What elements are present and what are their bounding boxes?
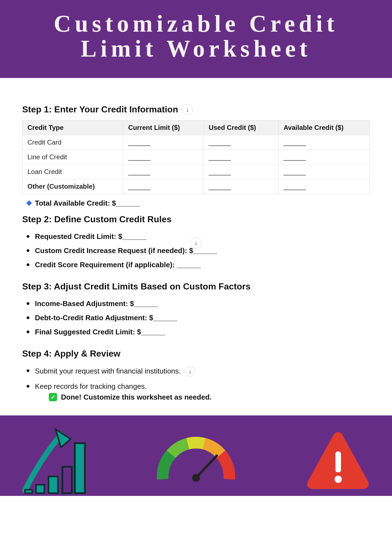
warning-icon xyxy=(303,427,373,496)
table-row: Other (Customizable) ______ ______ _____… xyxy=(22,179,370,194)
step4-list: Submit your request with financial insti… xyxy=(22,364,370,404)
table-row: Loan Credit ______ ______ ______ xyxy=(22,164,370,179)
svg-point-9 xyxy=(335,476,342,483)
svg-rect-2 xyxy=(36,485,44,493)
step2-title: Step 2: Define Custom Credit Rules xyxy=(22,214,172,224)
page-footer xyxy=(0,415,392,496)
table-row: Line of Credit ______ ______ ______ xyxy=(22,150,370,164)
step2-heading: Step 2: Define Custom Credit Rules xyxy=(22,214,370,224)
svg-rect-4 xyxy=(62,467,72,493)
total-available-credit: Total Available Credit: $______ xyxy=(27,199,370,208)
total-text: Total Available Credit: $______ xyxy=(35,199,140,208)
arrow-down-icon: ↓ xyxy=(182,104,193,115)
page-header: Customizable Credit Limit Worksheet xyxy=(0,0,392,78)
check-icon: ✓ xyxy=(49,393,57,401)
list-item: Keep records for tracking changes. ✓ Don… xyxy=(27,379,370,404)
col-available-credit: Available Credit ($) xyxy=(278,120,370,135)
list-item[interactable]: Income-Based Adjustment: $______ xyxy=(27,297,370,311)
col-credit-type: Credit Type xyxy=(22,120,123,135)
step3-title: Step 3: Adjust Credit Limits Based on Cu… xyxy=(22,281,251,292)
credit-info-table: Credit Type Current Limit ($) Used Credi… xyxy=(22,120,370,194)
list-item[interactable]: Final Suggested Credit Limit: $______ xyxy=(27,325,370,339)
worksheet-content: Step 1: Enter Your Credit Information ↓ … xyxy=(0,78,392,415)
svg-rect-1 xyxy=(25,490,32,493)
col-used-credit: Used Credit ($) xyxy=(203,120,278,135)
svg-rect-3 xyxy=(49,476,58,493)
diamond-bullet-icon xyxy=(26,200,32,206)
step3-heading: Step 3: Adjust Credit Limits Based on Cu… xyxy=(22,281,370,292)
svg-marker-0 xyxy=(55,429,71,447)
table-row: Credit Card ______ ______ ______ xyxy=(22,135,370,150)
done-line: ✓ Done! Customize this worksheet as need… xyxy=(35,391,370,402)
step1-heading: Step 1: Enter Your Credit Information ↓ xyxy=(22,104,370,115)
svg-line-7 xyxy=(196,456,217,478)
list-item[interactable]: Debt-to-Credit Ratio Adjustment: $______ xyxy=(27,311,370,325)
col-current-limit: Current Limit ($) xyxy=(123,120,204,135)
gauge-icon xyxy=(152,424,240,496)
done-text: Done! Customize this worksheet as needed… xyxy=(61,393,212,402)
step2-list: Requested Credit Limit: $______ Custom C… xyxy=(22,229,370,272)
step4-heading: Step 4: Apply & Review xyxy=(22,349,370,359)
list-item: Submit your request with financial insti… xyxy=(27,364,370,379)
step3-list: Income-Based Adjustment: $______ Debt-to… xyxy=(22,297,370,339)
step1-title: Step 1: Enter Your Credit Information xyxy=(22,104,178,115)
arrow-down-icon: ↓ xyxy=(185,367,195,377)
svg-rect-8 xyxy=(335,451,341,472)
growth-chart-icon xyxy=(19,424,89,496)
step4-title: Step 4: Apply & Review xyxy=(22,349,120,359)
arrow-down-icon: ↓ xyxy=(190,237,202,248)
list-item[interactable]: Credit Score Requirement (if applicable)… xyxy=(27,258,370,272)
page-title: Customizable Credit Limit Worksheet xyxy=(6,11,386,61)
svg-rect-5 xyxy=(75,443,85,493)
